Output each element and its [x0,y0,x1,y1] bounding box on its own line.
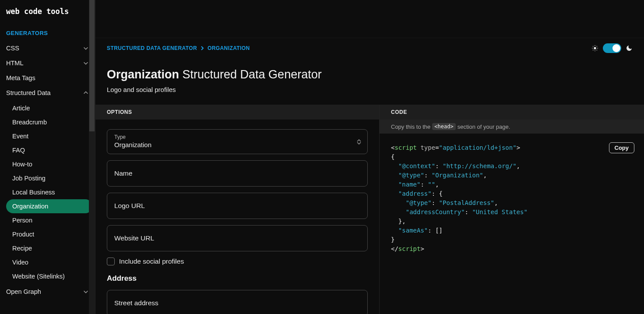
sidebar-item-recipe[interactable]: Recipe [6,241,92,255]
page-title: Organization Structured Data Generator [107,68,633,81]
options-panel: OPTIONS Type Organization [95,105,380,314]
sidebar-group-label: Open Graph [6,288,41,295]
page-title-bold: Organization [107,68,179,81]
chevron-down-icon [83,60,89,66]
sidebar-item-local-business[interactable]: Local Business [6,185,92,199]
type-select-value: Organization [114,141,360,148]
code-token: "United States" [472,208,527,215]
options-panel-head: OPTIONS [95,105,379,120]
sidebar-group-structured-data[interactable]: Structured Data [0,85,95,100]
sidebar-item-faq[interactable]: FAQ [6,143,92,157]
sidebar-item-product[interactable]: Product [6,227,92,241]
code-token: "PostalAddress" [439,199,494,206]
code-token: script [394,144,417,151]
sidebar-scroll: web code tools GENERATORS CSS HTML Meta … [0,0,95,314]
switch-knob [612,44,620,52]
code-pre: <script type="application/ld+json"> { "@… [391,143,633,254]
code-token: = [435,144,439,151]
main: STRUCTURED DATA GENERATOR ORGANIZATION O… [95,0,644,314]
chevron-up-icon [83,90,89,96]
social-checkbox[interactable] [107,258,115,265]
logo-url-input[interactable] [114,199,360,212]
breadcrumb-item[interactable]: STRUCTURED DATA GENERATOR [107,45,197,51]
sidebar-item-job-posting[interactable]: Job Posting [6,171,92,185]
sidebar-item-person[interactable]: Person [6,213,92,227]
copy-button[interactable]: Copy [609,142,635,153]
svg-line-7 [593,50,593,50]
code-token: "address" [398,190,432,197]
page-header: Organization Structured Data Generator L… [95,58,644,105]
code-panel-head: CODE [380,105,644,120]
code-token: > [517,144,520,151]
theme-toggle [591,43,633,53]
code-hint-post: section of your page. [457,123,510,130]
app-root: web code tools GENERATORS CSS HTML Meta … [0,0,644,314]
sidebar-scrollbar-thumb[interactable] [89,0,95,131]
sidebar: web code tools GENERATORS CSS HTML Meta … [0,0,95,314]
sidebar-group-label: Meta Tags [6,74,35,81]
theme-switch[interactable] [603,43,621,53]
svg-line-5 [593,46,593,46]
sidebar-sub-structured-data: ArticleBreadcrumbEventFAQHow-toJob Posti… [0,100,95,284]
page-subtitle: Logo and social profiles [107,86,633,93]
sidebar-group-label: Structured Data [6,89,51,96]
website-url-field[interactable] [107,225,368,251]
sidebar-item-breadcrumb[interactable]: Breadcrumb [6,115,92,129]
sidebar-group-html[interactable]: HTML [0,56,95,71]
code-token: "addressCountry" [406,208,465,215]
code-token: "sameAs" [398,227,428,234]
code-token: "@context" [398,162,435,169]
select-chevron-icon [357,139,361,145]
panels: OPTIONS Type Organization [95,105,644,314]
sidebar-group-css[interactable]: CSS [0,41,95,56]
social-checkbox-label: Include social profiles [119,258,184,265]
code-hint-pre: Copy this to the [391,123,430,130]
sidebar-section-label: GENERATORS [0,26,95,41]
type-select[interactable]: Type Organization [107,129,368,154]
website-url-input[interactable] [114,232,360,245]
sidebar-group-metatags[interactable]: Meta Tags [0,71,95,85]
ad-placeholder [95,0,644,38]
code-token: "Organization" [432,172,483,179]
type-select-label: Type [114,134,360,140]
code-panel: CODE Copy this to the <head> section of … [380,105,644,314]
address-heading: Address [107,274,368,283]
svg-point-0 [594,47,596,49]
moon-icon [626,45,633,52]
brand-logo[interactable]: web code tools [0,0,95,26]
code-token: "@type" [406,199,432,206]
sidebar-scrollbar-track[interactable] [89,0,95,314]
sidebar-item-event[interactable]: Event [6,129,92,143]
sidebar-item-video[interactable]: Video [6,255,92,269]
chevron-down-icon [83,45,89,51]
breadcrumb-item[interactable]: ORGANIZATION [208,45,250,51]
sidebar-item-article[interactable]: Article [6,101,92,115]
chevron-right-icon [201,46,204,50]
code-hint-tag: <head> [432,123,455,130]
name-field[interactable] [107,160,368,187]
sidebar-group-opengraph[interactable]: Open Graph [0,284,95,299]
code-token: "http://schema.org/" [443,162,517,169]
social-checkbox-row[interactable]: Include social profiles [107,258,368,265]
logo-url-field[interactable] [107,193,368,219]
options-panel-body: Type Organization [95,120,379,314]
code-token: "application/ld+json" [439,144,517,151]
sidebar-item-website-sitelinks-[interactable]: Website (Sitelinks) [6,269,92,283]
code-token: type [417,144,435,151]
svg-line-8 [597,46,597,46]
name-input[interactable] [114,167,360,180]
code-token: "@type" [398,172,424,179]
sidebar-group-label: HTML [6,60,23,67]
street-address-field[interactable] [107,290,368,314]
code-token: "" [428,181,435,188]
street-address-input[interactable] [114,296,360,310]
code-output: Copy <script type="application/ld+json">… [380,134,644,263]
sidebar-item-how-to[interactable]: How-to [6,157,92,171]
sidebar-item-organization[interactable]: Organization [6,199,92,213]
sidebar-group-label: CSS [6,45,19,52]
breadcrumb: STRUCTURED DATA GENERATOR ORGANIZATION [107,45,250,51]
code-panel-hint: Copy this to the <head> section of your … [380,120,644,134]
chevron-down-icon [83,289,89,295]
page-title-rest: Structured Data Generator [179,68,322,81]
svg-line-6 [597,50,597,50]
